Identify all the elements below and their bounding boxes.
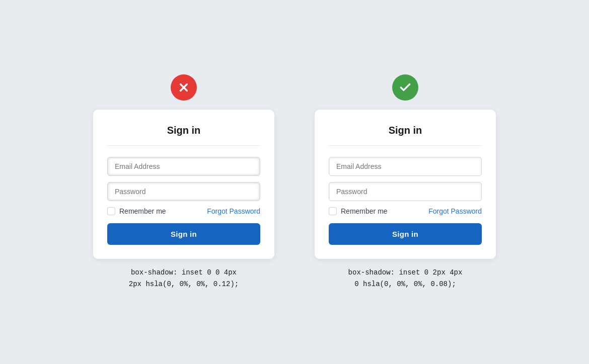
good-card-container: Sign in Remember me Forgot Password Sign… [315, 110, 496, 259]
bad-form-row: Remember me Forgot Password [107, 207, 260, 215]
good-example-column: Sign in Remember me Forgot Password Sign… [315, 74, 496, 290]
good-password-group [329, 182, 482, 201]
bad-password-group [107, 182, 260, 201]
good-code-label: box-shadow: inset 0 2px 4px 0 hsla(0, 0%… [348, 267, 463, 290]
bad-email-group [107, 157, 260, 176]
good-card-title: Sign in [329, 125, 482, 146]
good-remember-label: Remember me [341, 207, 388, 215]
bad-forgot-link[interactable]: Forgot Password [207, 207, 260, 215]
bad-remember-label: Remember me [119, 207, 166, 215]
bad-remember-checkbox[interactable] [107, 207, 115, 215]
good-forgot-link[interactable]: Forgot Password [428, 207, 482, 215]
bad-signin-button[interactable]: Sign in [107, 223, 260, 245]
check-icon [399, 81, 412, 94]
x-icon [177, 81, 190, 94]
good-remember-group: Remember me [329, 207, 388, 215]
good-signin-button[interactable]: Sign in [329, 223, 482, 245]
good-badge [392, 74, 418, 101]
bad-password-input[interactable] [107, 182, 260, 201]
bad-card-title: Sign in [107, 125, 260, 146]
bad-code-label: box-shadow: inset 0 0 4px 2px hsla(0, 0%… [129, 267, 239, 290]
good-card: Sign in Remember me Forgot Password Sign… [315, 110, 496, 259]
good-remember-checkbox[interactable] [329, 207, 337, 215]
good-email-group [329, 157, 482, 176]
page-wrapper: Sign in Remember me Forgot Password Sign… [53, 44, 536, 320]
bad-remember-group: Remember me [107, 207, 166, 215]
good-password-input[interactable] [329, 182, 482, 201]
good-form-row: Remember me Forgot Password [329, 207, 482, 215]
bad-card-container: Sign in Remember me Forgot Password Sign… [93, 110, 274, 259]
bad-card: Sign in Remember me Forgot Password Sign… [93, 110, 274, 259]
bad-example-column: Sign in Remember me Forgot Password Sign… [93, 74, 274, 290]
good-email-input[interactable] [329, 157, 482, 176]
bad-badge [171, 74, 197, 101]
bad-email-input[interactable] [107, 157, 260, 176]
